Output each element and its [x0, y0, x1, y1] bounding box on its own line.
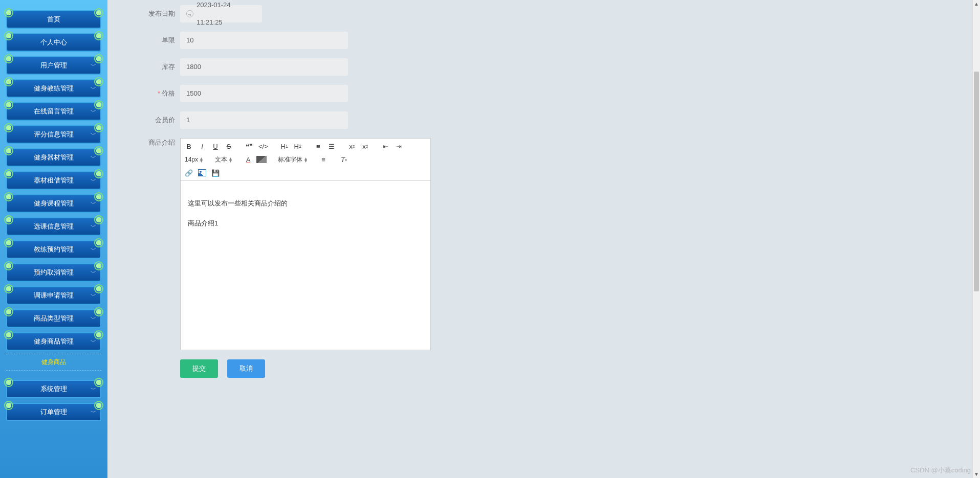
chevron-down-icon: ﹀ [91, 292, 96, 300]
scroll-down-icon[interactable]: ▼ [973, 470, 980, 478]
input-stock[interactable] [180, 58, 348, 76]
chevron-down-icon: ﹀ [91, 85, 96, 93]
unordered-list-icon[interactable]: ☰ [326, 141, 337, 151]
chevron-down-icon: ﹀ [91, 108, 96, 116]
chevron-down-icon: ﹀ [91, 154, 96, 162]
submenu-active[interactable]: 健身商品 [6, 354, 101, 371]
chevron-down-icon: ﹀ [91, 246, 96, 254]
menu-item-0[interactable]: 首页 [6, 10, 101, 29]
rich-text-editor: B I U S ❝❞ </> H1 H2 ≡ ☰ x2 x2 [180, 138, 431, 350]
scroll-up-icon[interactable]: ▲ [973, 0, 980, 8]
input-price[interactable] [180, 85, 348, 102]
label-price: *价格 [128, 89, 175, 98]
menu-item-12[interactable]: 调课申请管理﹀ [6, 286, 101, 305]
subscript-icon[interactable]: x2 [347, 141, 357, 151]
menu-item-8[interactable]: 健身课程管理﹀ [6, 194, 101, 213]
menu-item-14[interactable]: 健身商品管理﹀ [6, 332, 101, 351]
quote-icon[interactable]: ❝❞ [244, 141, 254, 151]
chevron-down-icon: ﹀ [91, 338, 96, 346]
menu-item-1[interactable]: 订单管理﹀ [6, 403, 101, 421]
menu-item-6[interactable]: 健身器材管理﹀ [6, 148, 101, 167]
indent-right-icon[interactable]: ⇥ [394, 141, 404, 151]
chevron-down-icon: ﹀ [91, 269, 96, 277]
underline-icon[interactable]: U [210, 141, 221, 151]
indent-left-icon[interactable]: ⇤ [381, 141, 391, 151]
image-icon[interactable] [197, 168, 207, 178]
font-size-select[interactable]: 14px ▴▾ [184, 154, 204, 165]
sidebar: 首页个人中心用户管理﹀健身教练管理﹀在线留言管理﹀评分信息管理﹀健身器材管理﹀器… [0, 0, 107, 478]
editor-toolbar: B I U S ❝❞ </> H1 H2 ≡ ☰ x2 x2 [181, 139, 430, 181]
label-member-price: 会员价 [128, 116, 175, 125]
chevron-down-icon: ﹀ [91, 385, 96, 393]
menu-item-5[interactable]: 评分信息管理﹀ [6, 125, 101, 144]
submit-button[interactable]: 提交 [180, 359, 218, 378]
menu-item-10[interactable]: 教练预约管理﹀ [6, 240, 101, 259]
input-single-limit[interactable] [180, 32, 348, 49]
value-publish-date: 2023-01-24 11:21:25 [197, 0, 256, 31]
scrollbar[interactable]: ▲ ▼ [972, 0, 980, 478]
watermark: CSDN @小蔡coding [910, 466, 971, 475]
label-single-limit: 单限 [128, 36, 175, 45]
menu-item-9[interactable]: 选课信息管理﹀ [6, 217, 101, 236]
code-icon[interactable]: </> [257, 141, 269, 151]
h1-icon[interactable]: H1 [279, 141, 290, 151]
text-color-icon[interactable]: A [243, 154, 253, 165]
save-editor-icon[interactable]: 💾 [210, 168, 221, 178]
input-publish-date[interactable]: 2023-01-24 11:21:25 [180, 5, 262, 22]
chevron-down-icon: ﹀ [91, 315, 96, 323]
menu-item-13[interactable]: 商品类型管理﹀ [6, 309, 101, 328]
strike-icon[interactable]: S [224, 141, 234, 151]
menu-item-2[interactable]: 用户管理﹀ [6, 56, 101, 75]
menu-item-4[interactable]: 在线留言管理﹀ [6, 102, 101, 121]
clear-format-icon[interactable]: Tx [339, 154, 349, 165]
menu-item-1[interactable]: 个人中心 [6, 33, 101, 52]
link-icon[interactable]: 🔗 [184, 168, 194, 178]
clock-icon [186, 10, 193, 17]
align-icon[interactable]: ≡ [318, 154, 329, 165]
label-desc: 商品介绍 [128, 138, 175, 147]
menu-item-3[interactable]: 健身教练管理﹀ [6, 79, 101, 98]
chevron-down-icon: ﹀ [91, 62, 96, 70]
chevron-down-icon: ﹀ [91, 223, 96, 231]
bg-color-icon[interactable] [256, 156, 267, 163]
scrollbar-thumb[interactable] [974, 72, 979, 291]
label-stock: 库存 [128, 62, 175, 72]
menu-item-11[interactable]: 预约取消管理﹀ [6, 263, 101, 282]
font-family-select[interactable]: 标准字体 ▴▾ [277, 154, 308, 165]
menu-item-0[interactable]: 系统管理﹀ [6, 380, 101, 398]
font-style-select[interactable]: 文本 ▴▾ [214, 154, 233, 165]
ordered-list-icon[interactable]: ≡ [313, 141, 323, 151]
chevron-down-icon: ﹀ [91, 408, 96, 416]
label-publish-date: 发布日期 [128, 9, 175, 18]
bold-icon[interactable]: B [184, 141, 194, 151]
italic-icon[interactable]: I [197, 141, 207, 151]
editor-content[interactable]: 这里可以发布一些相关商品介绍的 商品介绍1 [181, 181, 430, 350]
chevron-down-icon: ﹀ [91, 200, 96, 208]
main-content: 发布日期 2023-01-24 11:21:25 单限 库存 *价格 会员价 商… [107, 0, 980, 478]
chevron-down-icon: ﹀ [91, 131, 96, 139]
chevron-down-icon: ﹀ [91, 177, 96, 185]
cancel-button[interactable]: 取消 [227, 359, 265, 378]
h2-icon[interactable]: H2 [293, 141, 303, 151]
menu-item-7[interactable]: 器材租借管理﹀ [6, 171, 101, 190]
input-member-price[interactable] [180, 111, 348, 129]
superscript-icon[interactable]: x2 [360, 141, 371, 151]
